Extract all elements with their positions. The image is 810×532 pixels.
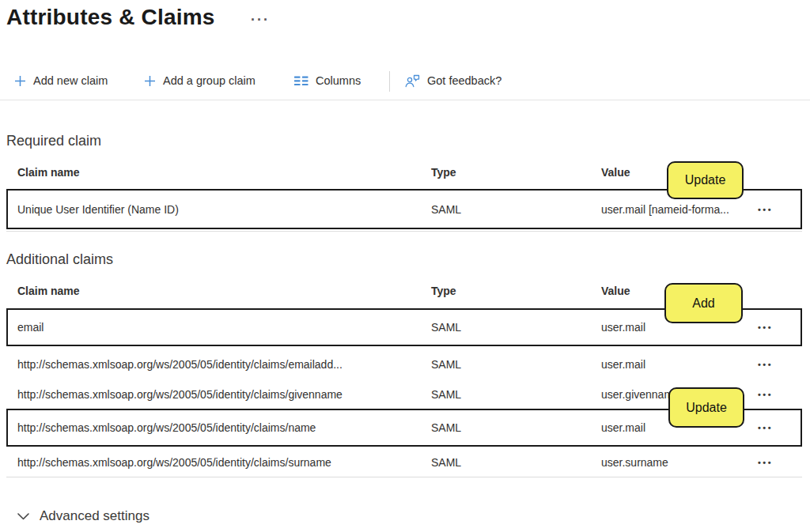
- row-menu-button[interactable]: •••: [758, 323, 773, 332]
- claim-value-cell: user.mail [nameid-forma...: [601, 203, 729, 216]
- table-row-emailaddress[interactable]: http://schemas.xmlsoap.org/ws/2005/05/id…: [6, 349, 802, 379]
- claim-value-cell: user.mail: [601, 358, 645, 371]
- plus-icon: [14, 75, 26, 87]
- column-header-type: Type: [431, 285, 456, 297]
- claim-type-cell: SAML: [431, 421, 461, 434]
- row-menu-button[interactable]: •••: [758, 360, 773, 369]
- table-row-surname[interactable]: http://schemas.xmlsoap.org/ws/2005/05/id…: [6, 448, 802, 477]
- toolbar-divider: [389, 71, 390, 92]
- columns-label: Columns: [316, 74, 361, 87]
- got-feedback-label: Got feedback?: [427, 74, 502, 87]
- annotation-callout-add: Add: [664, 283, 743, 323]
- add-new-claim-label: Add new claim: [33, 74, 108, 87]
- row-menu-button[interactable]: •••: [758, 390, 773, 399]
- attributes-claims-page: Attributes & Claims ··· Add new claim Ad…: [0, 0, 810, 532]
- columns-icon: [294, 76, 308, 86]
- chevron-down-icon: [17, 513, 29, 520]
- row-menu-button[interactable]: •••: [758, 423, 773, 432]
- claim-value-cell: user.mail: [601, 321, 645, 334]
- feedback-icon: [405, 74, 420, 88]
- advanced-settings-label: Advanced settings: [40, 508, 150, 524]
- columns-button[interactable]: Columns: [294, 70, 361, 92]
- page-title: Attributes & Claims: [6, 5, 215, 30]
- got-feedback-button[interactable]: Got feedback?: [405, 70, 502, 92]
- claim-value-cell: user.mail: [601, 421, 645, 434]
- row-divider: [6, 477, 802, 477]
- toolbar-separator: [0, 100, 810, 100]
- column-header-value: Value: [601, 285, 630, 297]
- add-group-claim-label: Add a group claim: [163, 74, 255, 87]
- claim-name-cell: email: [17, 321, 44, 334]
- title-more-options-button[interactable]: ···: [251, 13, 270, 27]
- row-divider: [6, 231, 802, 232]
- required-claim-heading: Required claim: [6, 133, 101, 149]
- column-header-claim-name: Claim name: [17, 166, 80, 179]
- add-new-claim-button[interactable]: Add new claim: [14, 70, 108, 92]
- claim-name-cell: http://schemas.xmlsoap.org/ws/2005/05/id…: [17, 388, 343, 401]
- claim-name-cell: http://schemas.xmlsoap.org/ws/2005/05/id…: [17, 456, 331, 469]
- additional-claims-heading: Additional claims: [6, 251, 113, 268]
- claim-name-cell: http://schemas.xmlsoap.org/ws/2005/05/id…: [17, 358, 343, 371]
- column-header-claim-name: Claim name: [17, 285, 80, 297]
- claim-type-cell: SAML: [431, 388, 461, 401]
- claim-name-cell: Unique User Identifier (Name ID): [17, 203, 179, 216]
- claim-type-cell: SAML: [431, 456, 461, 469]
- claim-name-cell: http://schemas.xmlsoap.org/ws/2005/05/id…: [17, 421, 316, 434]
- row-menu-button[interactable]: •••: [758, 458, 773, 467]
- claim-value-cell: user.surname: [601, 456, 668, 469]
- advanced-settings-toggle[interactable]: Advanced settings: [17, 508, 150, 524]
- annotation-callout-update-1: Update: [667, 161, 744, 199]
- column-header-value: Value: [601, 166, 630, 179]
- claim-type-cell: SAML: [431, 203, 461, 216]
- column-header-type: Type: [431, 166, 456, 179]
- claim-type-cell: SAML: [431, 321, 461, 334]
- annotation-callout-update-2: Update: [668, 387, 744, 428]
- plus-icon: [144, 75, 156, 87]
- add-group-claim-button[interactable]: Add a group claim: [144, 70, 255, 92]
- claim-type-cell: SAML: [431, 358, 461, 371]
- row-menu-button[interactable]: •••: [758, 205, 773, 214]
